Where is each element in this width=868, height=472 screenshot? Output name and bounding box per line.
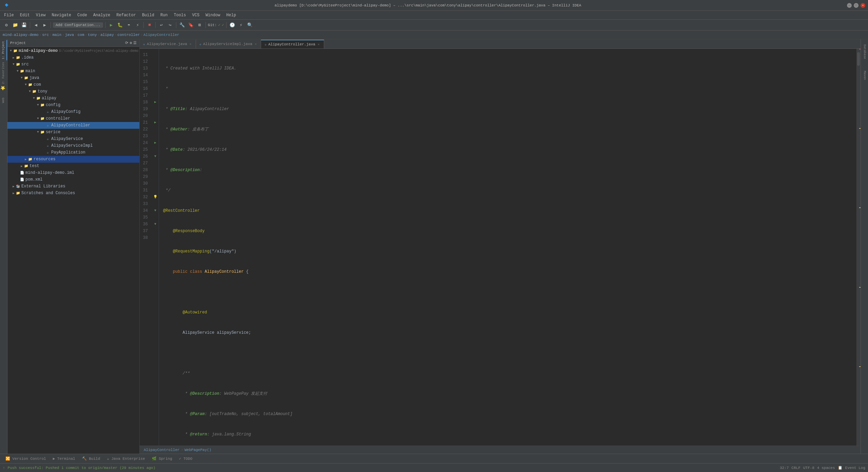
toolbar-profile[interactable]: ⚡ xyxy=(134,21,141,29)
toolbar-forward[interactable]: ▶ xyxy=(41,21,48,29)
toolbar-settings[interactable]: ⚙ xyxy=(3,21,10,29)
breadcrumb-file[interactable]: AlipayController xyxy=(143,33,179,37)
tree-alipayservice[interactable]: ▼ ☕ AlipayService xyxy=(7,136,139,142)
scroll-indicator[interactable] xyxy=(856,49,861,446)
scrollbar-thumb[interactable] xyxy=(857,52,860,66)
tab-alipayservice[interactable]: ☕ AlipayService.java ✕ xyxy=(140,40,196,48)
menu-analyze[interactable]: Analyze xyxy=(91,12,113,18)
tree-tony[interactable]: ▼ 📁 tony xyxy=(7,88,139,95)
menu-view[interactable]: View xyxy=(33,12,48,18)
tree-external[interactable]: ▶ 📚 External Libraries xyxy=(7,183,139,190)
bottom-tab-vcs[interactable]: 🔀 Version Control xyxy=(3,456,49,461)
tree-serice[interactable]: ▼ 📁 serice xyxy=(7,129,139,136)
breadcrumb-root[interactable]: mind-alipay-demo xyxy=(3,33,39,37)
tab-close-controller[interactable]: ✕ xyxy=(317,42,320,46)
bottom-tab-todo[interactable]: ✓ TODO xyxy=(176,456,195,461)
menu-navigate[interactable]: Navigate xyxy=(49,12,74,18)
breadcrumb-com[interactable]: com xyxy=(78,33,84,37)
tree-resources[interactable]: ▶ 📁 resources xyxy=(7,156,139,163)
menu-window[interactable]: Window xyxy=(203,12,223,18)
bottom-tab-build[interactable]: 🔨 Build xyxy=(79,456,103,461)
project-sync-icon[interactable]: ⟳ xyxy=(125,41,128,45)
breadcrumb-controller[interactable]: controller xyxy=(117,33,140,37)
tree-payapplication[interactable]: ▼ ☕ PayApplication xyxy=(7,149,139,156)
breadcrumb-alipay[interactable]: alipay xyxy=(100,33,114,37)
tab-close-serviceimpl[interactable]: ✕ xyxy=(254,42,257,46)
menu-vcs[interactable]: VCS xyxy=(190,12,202,18)
code-content[interactable]: * Created with IntelliJ IDEA. * * @Title… xyxy=(159,49,856,446)
tree-main[interactable]: ▼ 📁 main xyxy=(7,68,139,75)
sidebar-favorites[interactable]: 2: Favorites xyxy=(0,63,7,83)
tree-root[interactable]: ▼ 📁 mind-alipay-demo D:\code\MyGiteeProj… xyxy=(7,47,139,54)
bottom-tab-terminal[interactable]: ▶ Terminal xyxy=(50,456,78,461)
gutter-36[interactable]: ▼ xyxy=(152,221,159,228)
gutter-21[interactable]: ▶ xyxy=(152,119,159,126)
status-crlf[interactable]: CRLF xyxy=(791,466,800,470)
close-button[interactable]: ✕ xyxy=(861,3,865,8)
sidebar-project[interactable]: 1: Project xyxy=(0,40,7,60)
tree-java[interactable]: ▼ 📁 java xyxy=(7,75,139,81)
gutter-32[interactable]: 💡 xyxy=(152,194,159,201)
project-gear-icon[interactable]: ☰ xyxy=(133,41,137,45)
tree-alipayconfig[interactable]: ▼ ☕ AlipayConfig xyxy=(7,108,139,115)
tree-idea[interactable]: ▶ 📁 .idea xyxy=(7,54,139,61)
tree-src[interactable]: ▼ 📁 src xyxy=(7,61,139,68)
tab-close-service[interactable]: ✕ xyxy=(189,42,192,46)
status-spaces[interactable]: 4 spaces xyxy=(817,466,835,470)
editor-breadcrumb-method[interactable]: WebPagePay() xyxy=(184,448,211,452)
toolbar-grid[interactable]: ⊞ xyxy=(196,21,203,29)
tree-iml[interactable]: ▼ 📄 mind-alipay-demo.iml xyxy=(7,169,139,176)
bottom-tab-javaenterprise[interactable]: ☕ Java Enterprise xyxy=(104,456,147,461)
tree-config[interactable]: ▼ 📁 config xyxy=(7,102,139,108)
editor-breadcrumb-class[interactable]: AlipayController xyxy=(144,448,180,452)
tree-controller[interactable]: ▼ 📁 controller xyxy=(7,115,139,122)
tree-alipayserviceimpl[interactable]: ▼ ☕ AlipayServiceImpl xyxy=(7,142,139,149)
toolbar-search-everywhere[interactable]: 🔍 xyxy=(246,21,254,29)
tab-alipaycontroller[interactable]: ☕ AlipayController.java ✕ xyxy=(261,40,324,48)
breadcrumb-java[interactable]: java xyxy=(65,33,74,37)
menu-refactor[interactable]: Refactor xyxy=(114,12,139,18)
menu-edit[interactable]: Edit xyxy=(17,12,33,18)
menu-run[interactable]: Run xyxy=(158,12,171,18)
toolbar-debug[interactable]: 🐛 xyxy=(116,21,124,29)
sidebar-star[interactable]: ⭐ xyxy=(0,83,7,94)
bottom-tab-spring[interactable]: 🌿 Spring xyxy=(149,456,175,461)
tree-pomxml[interactable]: ▼ 📄 pom.xml xyxy=(7,176,139,183)
toolbar-bookmark[interactable]: 🔖 xyxy=(187,21,195,29)
breadcrumb-main[interactable]: main xyxy=(53,33,61,37)
breadcrumb-tony[interactable]: tony xyxy=(88,33,97,37)
tree-test[interactable]: ▶ 📁 test xyxy=(7,163,139,169)
menu-tools[interactable]: Tools xyxy=(171,12,189,18)
toolbar-save[interactable]: 💾 xyxy=(20,21,28,29)
tree-alipay[interactable]: ▼ 📁 alipay xyxy=(7,95,139,102)
status-eventlog[interactable]: Event Log xyxy=(845,466,865,470)
tree-scratches[interactable]: ▶ 📁 Scratches and Consoles xyxy=(7,190,139,197)
toolbar-coverage[interactable]: ☂ xyxy=(125,21,133,29)
toolbar-clock[interactable]: 🕐 xyxy=(229,21,236,29)
tree-com[interactable]: ▼ 📁 com xyxy=(7,81,139,88)
toolbar-merge[interactable]: ⚡ xyxy=(237,21,245,29)
gutter-24[interactable]: ▶ xyxy=(152,140,159,146)
minimize-button[interactable]: — xyxy=(847,3,852,8)
toolbar-run-btn[interactable]: ▶ xyxy=(107,21,115,29)
toolbar-redo[interactable]: ↪ xyxy=(166,21,174,29)
toolbar-stop[interactable]: ■ xyxy=(146,21,153,29)
toolbar-wrench[interactable]: 🔧 xyxy=(178,21,186,29)
sidebar-web[interactable]: Web xyxy=(0,94,7,107)
toolbar-open[interactable]: 📁 xyxy=(12,21,19,29)
gutter-26[interactable]: ▼ xyxy=(152,153,159,160)
breadcrumb-src[interactable]: src xyxy=(42,33,49,37)
toolbar-undo[interactable]: ↩ xyxy=(158,21,165,29)
tree-alipaycontroller[interactable]: ▼ ☕ AlipayController xyxy=(7,122,139,129)
menu-file[interactable]: File xyxy=(1,12,17,18)
status-charset[interactable]: UTF-8 xyxy=(803,466,814,470)
sidebar-maven[interactable]: Maven xyxy=(861,64,868,87)
gutter-18[interactable]: ▶ xyxy=(152,99,159,106)
add-configuration-button[interactable]: Add Configuration... xyxy=(53,22,103,28)
maximize-button[interactable]: □ xyxy=(854,3,859,8)
toolbar-back[interactable]: ◀ xyxy=(32,21,40,29)
project-settings-icon[interactable]: ⚙ xyxy=(130,41,132,45)
sidebar-database[interactable]: Database xyxy=(861,40,868,64)
menu-help[interactable]: Help xyxy=(223,12,239,18)
tab-alipayserviceimpl[interactable]: ☕ AlipayServiceImpl.java ✕ xyxy=(196,40,261,48)
